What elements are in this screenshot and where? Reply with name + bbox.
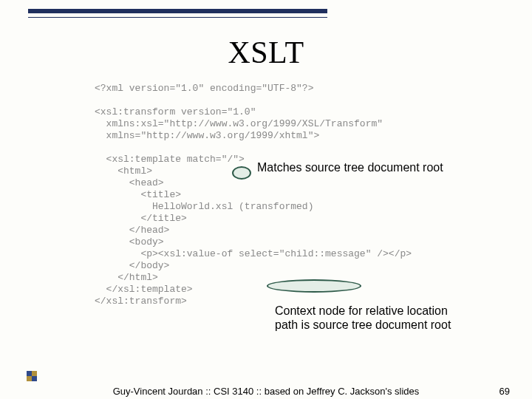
- callout-context-node: Context node for relative location path …: [275, 304, 511, 332]
- slide-title: XSLT: [0, 35, 532, 70]
- slide: XSLT <?xml version="1.0" encoding="UTF-8…: [0, 0, 532, 399]
- title-rule-thick: [28, 9, 327, 13]
- highlight-oval-select: [267, 279, 361, 293]
- highlight-oval-match: [232, 166, 251, 180]
- title-rule-thin: [28, 17, 327, 18]
- footer-page-number: 69: [499, 386, 510, 397]
- code-listing: <?xml version="1.0" encoding="UTF-8"?> <…: [95, 83, 434, 307]
- callout-matches-root: Matches source tree document root: [257, 160, 494, 174]
- callout-context-line2: path is source tree document root: [275, 318, 451, 331]
- callout-context-line1: Context node for relative location: [275, 304, 448, 317]
- footer-attribution: Guy-Vincent Jourdan :: CSI 3140 :: based…: [0, 386, 532, 397]
- decorative-corner-icon: [27, 371, 37, 381]
